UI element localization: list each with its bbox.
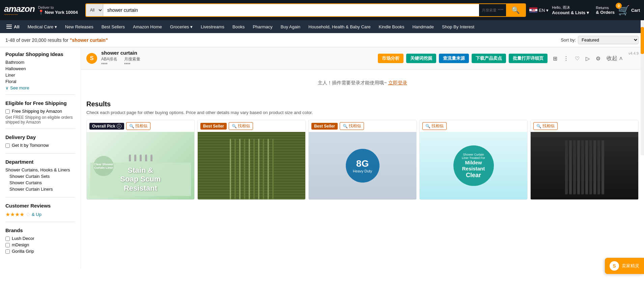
product-image-1: Clear Shower Curtain Liner Stain &Soap S… bbox=[87, 132, 194, 199]
badge-label: Overall Pick bbox=[92, 124, 115, 129]
best-seller-badge-2: Best Seller bbox=[200, 123, 227, 130]
nav-all-button[interactable]: All bbox=[3, 22, 23, 32]
nav-new-releases[interactable]: New Releases bbox=[61, 22, 97, 32]
find-similar-btn-5[interactable]: 🔍 找相似 bbox=[533, 122, 558, 130]
keyword-mining-btn[interactable]: 关键词挖掘 bbox=[406, 54, 436, 63]
grid-icon[interactable]: ⊞ bbox=[552, 54, 559, 63]
returns-sub: & Orders bbox=[596, 10, 615, 15]
logo-smile: ~~~~~~~ bbox=[4, 13, 18, 17]
shipping-title: Eligible for Free Shipping bbox=[5, 100, 75, 106]
find-similar-btn-2[interactable]: 🔍 找相似 bbox=[229, 122, 253, 130]
reviews-title: Customer Reviews bbox=[5, 203, 75, 209]
plugin-logo: S bbox=[86, 53, 97, 64]
free-shipping-checkbox[interactable]: Free Shipping by Amazon bbox=[5, 109, 75, 114]
sidebar-bathroom[interactable]: Bathroom bbox=[5, 60, 75, 65]
collapse-icon[interactable]: 收起 ∧ bbox=[605, 54, 624, 63]
product-card-4[interactable]: 🔍 找相似 Shower Curtain Liner Treated For M… bbox=[419, 120, 528, 200]
more-icon[interactable]: ⋮ bbox=[562, 54, 570, 63]
brand-mdesign[interactable]: mDesign bbox=[5, 242, 75, 247]
best-seller-badge-3: Best Seller bbox=[311, 123, 338, 130]
nav-kindle[interactable]: Kindle Books bbox=[375, 22, 408, 32]
nav-handmade[interactable]: Handmade bbox=[409, 22, 438, 32]
chevron-down-icon: ∨ bbox=[5, 85, 9, 90]
cart-icon: 🛒 0 bbox=[618, 5, 630, 16]
nav-buy-again[interactable]: Buy Again bbox=[277, 22, 304, 32]
login-notice: 主人！插件需要登录才能使用哦~ 立即登录 bbox=[81, 70, 644, 96]
shipping-section: Eligible for Free Shipping Free Shipping… bbox=[5, 100, 75, 129]
sort-by: Sort by: Featured Price: Low to High Pri… bbox=[561, 36, 639, 44]
brand-gorilla-grip[interactable]: Gorilla Grip bbox=[5, 249, 75, 254]
heart-icon[interactable]: ♡ bbox=[573, 54, 581, 63]
delivery-section: Delivery Day Get It by Tomorrow bbox=[5, 134, 75, 154]
mildew-badge: Shower Curtain Liner Treated For MildewR… bbox=[453, 145, 494, 186]
product-card-3[interactable]: Best Seller 🔍 找相似 8G Heavy Duty bbox=[308, 120, 417, 200]
traffic-source-btn[interactable]: 查流量来源 bbox=[439, 54, 469, 63]
page-scrollbar[interactable] bbox=[641, 20, 644, 155]
account-section[interactable]: Hello, 雨沐 Account & Lists ▾ bbox=[552, 5, 592, 15]
product-card-1[interactable]: Overall Pick i 🔍 找相似 Clea bbox=[86, 120, 195, 200]
mildew-title: MildewResistant bbox=[462, 160, 485, 172]
nav-shop-by-interest[interactable]: Shop By Interest bbox=[438, 22, 478, 32]
find-similar-btn-3[interactable]: 🔍 找相似 bbox=[340, 122, 364, 130]
product-card-2[interactable]: Best Seller 🔍 找相似 bbox=[197, 120, 306, 200]
nav-medical-care[interactable]: Medical Care ▾ bbox=[24, 22, 61, 32]
results-query: "shower curtain" bbox=[70, 37, 108, 43]
sidebar: Popular Shopping Ideas Bathroom Hallowee… bbox=[0, 47, 81, 269]
sidebar-halloween[interactable]: Halloween bbox=[5, 66, 75, 71]
sort-select[interactable]: Featured Price: Low to High Price: High … bbox=[578, 36, 639, 44]
results-subtitle: Check each product page for other buying… bbox=[86, 110, 639, 115]
find-similar-btn-1[interactable]: 🔍 找相似 bbox=[126, 122, 150, 130]
returns-label: Returns bbox=[596, 6, 615, 10]
product-card-5[interactable]: 🔍 找相似 bbox=[530, 120, 639, 200]
nav-amazon-home[interactable]: Amazon Home bbox=[129, 22, 166, 32]
language-selector[interactable]: 🇺🇸 EN ▾ bbox=[529, 7, 549, 13]
monthly-label: 月搜索量 **** bbox=[124, 56, 140, 67]
login-link[interactable]: 立即登录 bbox=[388, 80, 407, 85]
tomorrow-delivery-checkbox[interactable]: Get It by Tomorrow bbox=[5, 143, 75, 148]
settings-icon[interactable]: ⚙ bbox=[594, 54, 602, 63]
batch-open-btn[interactable]: 批量打开详细页 bbox=[509, 54, 548, 63]
dept-liners[interactable]: Shower Curtain Liners bbox=[5, 187, 75, 192]
hamburger-icon bbox=[6, 25, 12, 29]
seller-genius-logo: S bbox=[610, 261, 619, 269]
dept-main[interactable]: Shower Curtains, Hooks & Liners bbox=[5, 167, 75, 172]
amazon-logo[interactable]: amazon ~~~~~~~ bbox=[4, 4, 35, 17]
deliver-to[interactable]: Deliver to 📍 New York 10004 bbox=[38, 5, 82, 15]
brand-lush-decor[interactable]: Lush Decor bbox=[5, 236, 75, 241]
cart-section[interactable]: 🛒 0 Cart bbox=[618, 5, 640, 16]
dept-curtains[interactable]: Shower Curtains bbox=[5, 180, 75, 185]
star-rating-filter[interactable]: ★★★★ ☆ & Up bbox=[5, 211, 75, 218]
nav-books[interactable]: Books bbox=[229, 22, 248, 32]
content-area: S shower curtain ABA排名 **** 月搜索量 **** 市场… bbox=[81, 47, 644, 269]
sidebar-liner[interactable]: Liner bbox=[5, 73, 75, 78]
video-icon[interactable]: ▷ bbox=[584, 54, 591, 63]
deliver-location: New York 10004 bbox=[45, 10, 78, 15]
shipping-desc: Get FREE Shipping on eligible orders shi… bbox=[5, 115, 75, 125]
badge-bar-2: Best Seller 🔍 找相似 bbox=[198, 120, 305, 132]
popular-title: Popular Shopping Ideas bbox=[5, 51, 75, 57]
nav-livestreams[interactable]: Livestreams bbox=[197, 22, 228, 32]
nav-household[interactable]: Household, Health & Baby Care bbox=[305, 22, 374, 32]
search-input[interactable] bbox=[103, 4, 479, 16]
nav-best-sellers[interactable]: Best Sellers bbox=[98, 22, 129, 32]
department-section: Department Shower Curtains, Hooks & Line… bbox=[5, 159, 75, 197]
search-button[interactable]: 🔍 bbox=[506, 4, 525, 16]
dept-sets[interactable]: Shower Curtain Sets bbox=[5, 174, 75, 179]
nav-pharmacy[interactable]: Pharmacy bbox=[249, 22, 276, 32]
aba-label: ABA排名 **** bbox=[101, 56, 117, 67]
cart-count: 0 bbox=[616, 3, 622, 9]
sidebar-floral[interactable]: Floral bbox=[5, 79, 75, 84]
see-more-button[interactable]: ∨ See more bbox=[5, 85, 75, 90]
download-selling-points-btn[interactable]: 下载产品卖点 bbox=[472, 54, 506, 63]
scroll-thumb[interactable] bbox=[641, 27, 644, 54]
info-icon: i bbox=[117, 124, 121, 129]
search-hint: 月搜索量 **** bbox=[479, 4, 506, 16]
lang-chevron: ▾ bbox=[546, 8, 549, 13]
lang-text: EN bbox=[539, 8, 545, 13]
nav-groceries[interactable]: Groceries ▾ bbox=[166, 22, 196, 32]
find-similar-btn-4[interactable]: 🔍 找相似 bbox=[422, 122, 447, 130]
market-analysis-btn[interactable]: 市场分析 bbox=[378, 54, 403, 63]
returns-section[interactable]: Returns & Orders bbox=[596, 6, 615, 15]
seller-genius-float[interactable]: S 卖家精灵 bbox=[605, 258, 644, 269]
search-category-select[interactable]: All bbox=[86, 4, 103, 16]
